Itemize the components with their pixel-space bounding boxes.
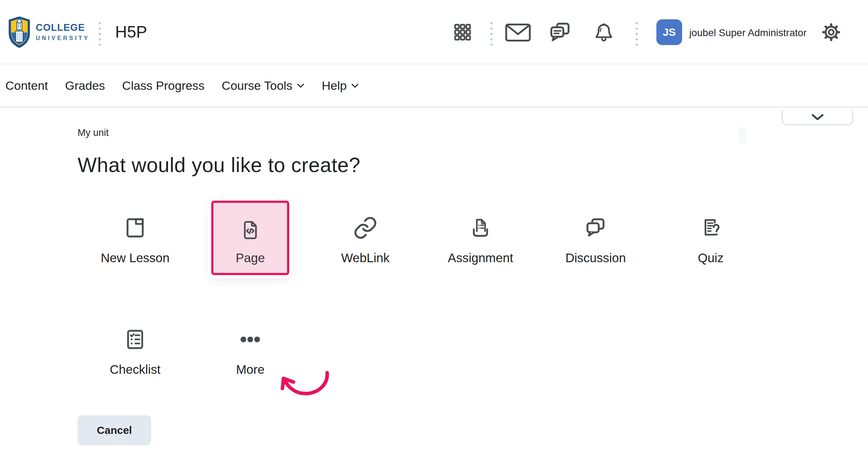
option-quiz[interactable]: Quiz — [653, 201, 768, 275]
option-assignment[interactable]: Assignment — [423, 201, 538, 275]
settings-gear-icon[interactable] — [821, 22, 841, 42]
avatar-initials: JS — [663, 26, 676, 38]
option-label: Quiz — [698, 249, 724, 266]
user-name[interactable]: joubel Super Administrator — [689, 27, 807, 39]
option-page[interactable]: Page — [193, 201, 308, 275]
chevron-down-icon — [297, 83, 305, 88]
dialog-heading: What would you like to create? — [78, 153, 360, 177]
logo-secondary-text: UNIVERSITY — [36, 35, 90, 41]
top-header: COLLEGE UNIVERSITY H5P — [0, 0, 868, 64]
option-label: New Lesson — [101, 249, 170, 266]
option-label: WebLink — [341, 249, 390, 266]
discussion-icon — [583, 215, 608, 240]
create-dialog: My unit What would you like to create? N… — [0, 111, 868, 464]
create-options-grid: New Lesson — [78, 201, 768, 387]
option-label: Assignment — [448, 249, 513, 266]
course-navbar: Content Grades Class Progress Course Too… — [0, 64, 868, 107]
scrollbar-thumb[interactable] — [739, 127, 746, 144]
option-label: Page — [236, 250, 265, 266]
nav-item-course-tools[interactable]: Course Tools — [222, 79, 305, 93]
collapse-panel-button[interactable] — [782, 110, 853, 125]
quiz-icon — [699, 216, 722, 239]
nav-item-content[interactable]: Content — [5, 79, 48, 93]
assignment-icon — [469, 216, 492, 239]
chevron-down-icon — [351, 83, 359, 88]
nav-item-grades[interactable]: Grades — [65, 79, 105, 93]
logo-primary-text: COLLEGE — [36, 22, 90, 33]
weblink-icon — [353, 215, 378, 240]
mail-icon[interactable] — [505, 23, 531, 42]
nav-item-help[interactable]: Help — [322, 79, 359, 93]
option-checklist[interactable]: Checklist — [78, 312, 193, 387]
breadcrumb: My unit — [78, 127, 109, 138]
option-new-lesson[interactable]: New Lesson — [78, 201, 193, 275]
header-divider — [99, 22, 101, 46]
option-discussion[interactable]: Discussion — [538, 201, 653, 275]
university-logo-text[interactable]: COLLEGE UNIVERSITY — [36, 22, 90, 41]
notifications-bell-icon[interactable] — [592, 20, 616, 44]
more-ellipsis-icon — [238, 328, 262, 351]
chat-icon[interactable] — [548, 20, 573, 45]
apps-grid-icon[interactable] — [453, 22, 473, 42]
option-label: Discussion — [565, 249, 626, 266]
checklist-icon — [123, 328, 147, 351]
option-label: Checklist — [110, 361, 161, 378]
university-crest-icon — [6, 15, 32, 49]
option-more[interactable]: More — [193, 312, 308, 387]
cancel-button[interactable]: Cancel — [78, 415, 151, 445]
header-divider — [490, 22, 493, 46]
option-weblink[interactable]: WebLink — [308, 201, 423, 275]
navbar-shadow — [0, 107, 868, 111]
page-icon — [239, 219, 262, 241]
header-divider — [636, 22, 638, 46]
page-highlight-tile[interactable]: Page — [211, 201, 289, 275]
new-lesson-icon — [123, 216, 147, 240]
option-label: More — [236, 361, 265, 378]
user-avatar[interactable]: JS — [656, 19, 682, 45]
course-title: H5P — [115, 22, 147, 41]
chevron-down-icon — [811, 113, 824, 121]
nav-item-class-progress[interactable]: Class Progress — [122, 79, 205, 93]
